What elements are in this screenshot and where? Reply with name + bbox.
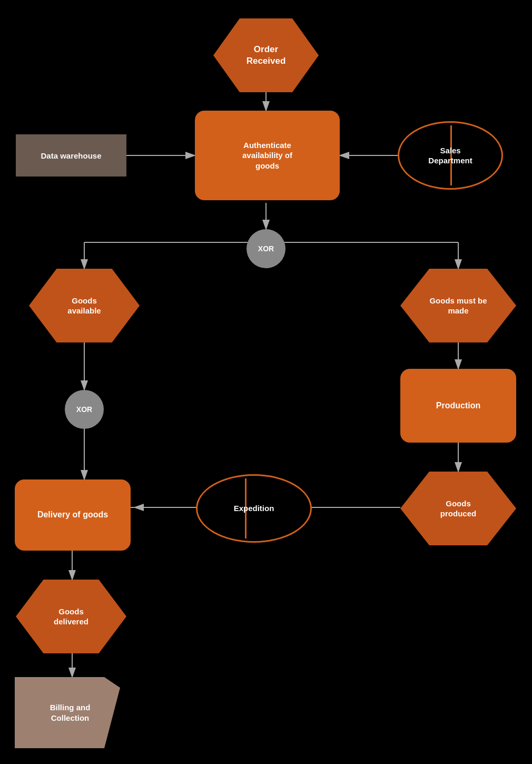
xor1-label: XOR [258, 244, 274, 253]
delivery-label: Delivery of goods [37, 510, 108, 521]
delivery-node: Delivery of goods [15, 479, 131, 551]
expedition-label: Expedition [234, 503, 274, 514]
goods-available-label: Goods available [67, 296, 101, 316]
production-node: Production [400, 369, 516, 443]
xor2-node: XOR [65, 390, 104, 429]
data-warehouse-label: Data warehouse [41, 151, 101, 160]
authenticate-label: Authenticate availability of goods [242, 140, 292, 171]
xor1-node: XOR [247, 229, 285, 268]
sales-department-label: Sales Department [428, 145, 472, 166]
sales-department-node: Sales Department [398, 121, 503, 190]
production-label: Production [436, 400, 480, 412]
goods-must-be-made-label: Goods must be made [429, 296, 487, 316]
xor2-label: XOR [76, 405, 92, 414]
billing-label: Billing and Collection [45, 702, 91, 723]
goods-delivered-label: Goods delivered [54, 606, 88, 627]
expedition-node: Expedition [196, 474, 312, 543]
billing-node: Billing and Collection [15, 677, 120, 748]
data-warehouse-node: Data warehouse [16, 134, 126, 177]
authenticate-node: Authenticate availability of goods [195, 111, 340, 200]
order-received-label: Order Received [247, 44, 286, 67]
goods-produced-label: Goods produced [440, 498, 476, 519]
